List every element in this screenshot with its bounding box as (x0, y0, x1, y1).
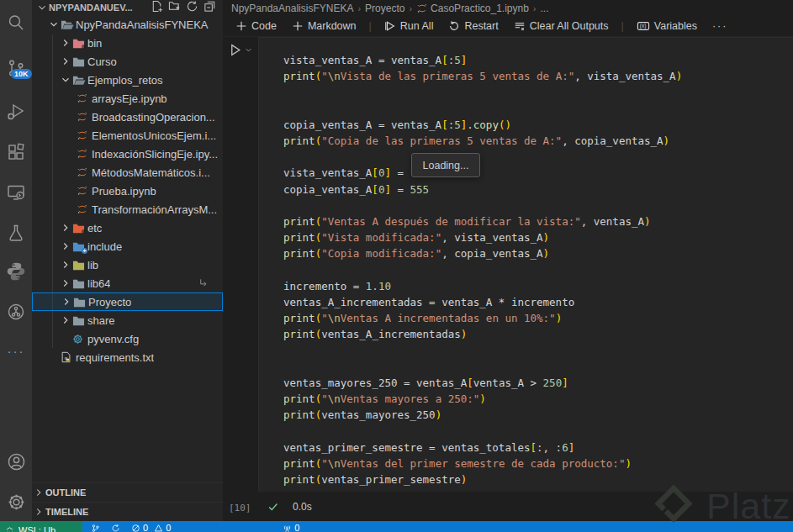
notebook-toolbar: Code Markdown | Run All Restart Clear Al… (223, 16, 793, 37)
python-icon[interactable] (0, 254, 32, 289)
breadcrumb-item[interactable]: CasoPractico_1.ipynb (431, 3, 529, 14)
git-branch-item[interactable] (91, 524, 100, 532)
warning-icon (154, 524, 163, 532)
add-markdown-cell-button[interactable]: Markdown (286, 18, 362, 34)
tree-item-share[interactable]: share (32, 311, 223, 329)
code-line: print("Vista modificada:", vista_ventas_… (283, 229, 793, 245)
remote-icon (5, 526, 14, 532)
extensions-icon[interactable] (0, 134, 32, 170)
tree-item-proyecto[interactable]: Proyecto (32, 292, 223, 311)
tree-item-npypandaanalisisfyneka[interactable]: NpyPandaAnalisisFYNEKA (32, 15, 223, 34)
source-control-badge: 10K (11, 69, 32, 79)
remote-explorer-icon[interactable] (0, 175, 32, 210)
tree-item-requirements-txt[interactable]: requirements.txt (32, 348, 223, 366)
search-icon[interactable] (0, 5, 32, 40)
outline-label: OUTLINE (45, 487, 86, 498)
tree-item-label: NpyPandaAnalisisFYNEKA (76, 18, 209, 31)
remote-indicator[interactable]: WSL: Ub (0, 521, 82, 532)
ports-item[interactable]: 0 (283, 523, 299, 532)
testing-icon[interactable] (0, 215, 32, 250)
new-folder-icon[interactable] (168, 0, 181, 16)
breadcrumb[interactable]: NpyPandaAnalisisFYNEKA›Proyecto› CasoPra… (223, 0, 793, 16)
success-check-icon (267, 501, 279, 513)
variables-label: Variables (654, 20, 697, 32)
tree-item-indexaci-nslicingeje-ipy-[interactable]: IndexaciónSlicingEje.ipy... (32, 145, 223, 163)
code-line: print("\nVentas A incrementadas en un 10… (283, 310, 793, 326)
errors-warnings-item[interactable]: 0 0 (131, 523, 171, 532)
collapse-all-icon[interactable] (204, 0, 216, 16)
run-all-label: Run All (400, 20, 434, 32)
notebook-icon (77, 147, 92, 161)
new-file-icon[interactable] (151, 0, 163, 16)
run-all-button[interactable]: Run All (378, 18, 440, 34)
folder-icon (72, 313, 87, 327)
tree-item-label: ElementosUnicosEjem.i... (92, 129, 216, 142)
gearfile-icon (72, 332, 87, 345)
clear-all-outputs-label: Clear All Outputs (530, 20, 609, 32)
outline-section[interactable]: OUTLINE (32, 482, 223, 502)
code-line (283, 198, 793, 213)
code-line: copia_ventas_A[0] = 555 (283, 182, 793, 198)
tree-item-elementosunicosejem-i-[interactable]: ElementosUnicosEjem.i... (32, 126, 223, 145)
tree-item-etc[interactable]: etc (32, 219, 223, 237)
add-markdown-label: Markdown (308, 20, 357, 32)
chevron-right-icon (59, 277, 72, 290)
breadcrumb-separator: › (407, 3, 414, 13)
notebook-icon (77, 184, 92, 198)
restart-button[interactable]: Restart (442, 18, 504, 34)
folder-open-icon (61, 18, 76, 31)
notebook-icon (77, 166, 92, 179)
breadcrumb-item[interactable]: Proyecto (365, 3, 404, 14)
clear-all-outputs-button[interactable]: Clear All Outputs (508, 18, 615, 34)
tree-item-ejemplos-retos[interactable]: Ejemplos_retos (32, 71, 223, 89)
tree-item-label: requirements.txt (76, 351, 154, 364)
jupyter-view-icon[interactable] (0, 294, 32, 329)
tree-item-arrayseje-ipynb[interactable]: arraysEje.ipynb (32, 89, 223, 108)
cell-editor[interactable]: vista_ventas_A = ventas_A[:5]print("\nVi… (258, 37, 793, 492)
tree-item-label: etc (87, 222, 102, 234)
folder-icon (72, 221, 87, 234)
more-views-icon[interactable]: ··· (0, 333, 32, 368)
account-icon[interactable] (0, 444, 32, 479)
code-line: print("Copia modificada:", copia_ventas_… (283, 245, 793, 261)
notebook-icon (77, 203, 92, 216)
more-actions-button[interactable]: ··· (706, 18, 734, 34)
sync-item[interactable] (111, 524, 120, 532)
chevron-right-icon (60, 295, 73, 308)
run-cell-button[interactable] (228, 43, 252, 57)
code-line: print("\nVentas mayores a 250:") (283, 391, 793, 407)
error-count: 0 (143, 523, 148, 532)
tree-item-include[interactable]: +include (32, 237, 223, 255)
tree-item-broadcastingoperacion-[interactable]: BroadcastingOperacion... (32, 108, 223, 126)
code-line: vista_ventas_A = ventas_A[:5] (283, 52, 793, 68)
tree-item-prueba-ipynb[interactable]: Prueba.ipynb (32, 182, 223, 200)
tree-item-label: Ejemplos_retos (87, 74, 163, 87)
tree-item-lib64[interactable]: lib64 (32, 274, 223, 292)
settings-gear-icon[interactable] (0, 484, 32, 519)
source-control-icon[interactable]: 10K (0, 50, 32, 86)
breadcrumb-item[interactable]: ... (541, 3, 549, 14)
code-line: ventas_primer_semestre = ventas_totales[… (283, 440, 793, 456)
ports-count: 0 (294, 523, 299, 532)
run-and-debug-icon[interactable] (0, 94, 32, 129)
tree-item-bin[interactable]: bin (32, 34, 223, 52)
chevron-down-icon (47, 18, 61, 31)
tree-item-curso[interactable]: Curso (32, 52, 223, 71)
variables-button[interactable]: (x) Variables (631, 18, 703, 34)
breadcrumb-item[interactable]: NpyPandaAnalisisFYNEKA (231, 3, 353, 14)
add-code-cell-button[interactable]: Code (230, 18, 283, 34)
tree-item-transformaci-narraysm-[interactable]: TransformaciónArraysM... (32, 200, 223, 219)
tree-item-m-todosmatem-ticos-i-[interactable]: MétodosMatemáticos.i... (32, 163, 223, 182)
execution-time: 0.0s (293, 501, 312, 513)
chevron-right-icon (59, 221, 72, 234)
explorer-section-header[interactable]: NPYPANDANUEV... (32, 0, 223, 15)
folder-icon (72, 55, 87, 68)
tree-item-pyvenv-cfg[interactable]: pyvenv.cfg (32, 329, 223, 348)
add-code-label: Code (251, 20, 277, 32)
timeline-section[interactable]: TIMELINE (32, 502, 223, 521)
refresh-icon[interactable] (186, 0, 198, 16)
tree-item-label: Proyecto (88, 296, 131, 308)
code-line: print("\nVentas del primer semestre de c… (283, 456, 793, 471)
tree-item-lib[interactable]: lib (32, 255, 223, 274)
symlink-icon (198, 277, 208, 290)
